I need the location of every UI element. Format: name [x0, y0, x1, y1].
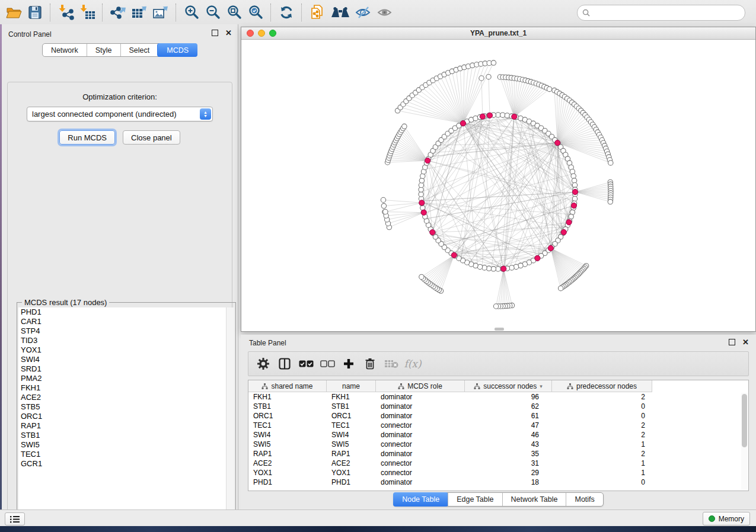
search-input[interactable]	[590, 8, 745, 18]
mcds-result-item[interactable]: SRD1	[18, 364, 227, 374]
table-row[interactable]: ACE2ACE2connector311	[248, 459, 748, 468]
close-panel-button[interactable]: Close panel	[123, 130, 180, 145]
gear-icon	[257, 357, 270, 370]
import-table-button[interactable]	[78, 4, 96, 21]
delete-column-button[interactable]	[361, 356, 379, 371]
refresh-icon	[279, 5, 294, 20]
tab-edge-table[interactable]: Edge Table	[448, 493, 502, 506]
task-history-button[interactable]	[5, 512, 25, 525]
plus-icon	[343, 358, 354, 369]
optimization-criterion-select[interactable]: largest connected component (undirected)…	[27, 107, 213, 121]
zoom-out-button[interactable]	[204, 4, 222, 21]
network-canvas[interactable]	[241, 40, 755, 331]
export-network-button[interactable]	[109, 4, 127, 21]
select-all-rows-button[interactable]	[297, 356, 315, 371]
search-field[interactable]	[577, 5, 745, 21]
mcds-result-item[interactable]: FKH1	[18, 383, 227, 393]
refresh-button[interactable]	[277, 4, 295, 21]
table-vscrollbar[interactable]	[741, 393, 748, 490]
tab-network[interactable]: Network	[43, 44, 87, 56]
mcds-result-item[interactable]: ORC1	[18, 412, 227, 421]
run-mcds-button[interactable]: Run MCDS	[59, 130, 115, 145]
mcds-result-item[interactable]: ACE2	[18, 393, 227, 402]
tab-select[interactable]: Select	[120, 44, 158, 56]
function-builder-button[interactable]: f(x)	[404, 356, 422, 371]
hide-selected-button[interactable]	[355, 4, 372, 21]
tab-motifs[interactable]: Motifs	[566, 493, 602, 506]
maximize-window-icon[interactable]	[269, 30, 276, 37]
mcds-result-item[interactable]: STB1	[18, 431, 227, 440]
table-row[interactable]: RAP1RAP1dominator352	[248, 449, 748, 459]
tab-network-table[interactable]: Network Table	[502, 493, 566, 506]
duplicate-network-button[interactable]	[308, 4, 326, 21]
close-panel-icon[interactable]: ✕	[225, 30, 232, 36]
mcds-result-item[interactable]: SWI4	[18, 355, 227, 364]
float-table-panel-icon[interactable]	[729, 339, 735, 345]
table-vscrollbar-thumb[interactable]	[742, 394, 747, 447]
column-header-successor-nodes[interactable]: successor nodes▾	[465, 380, 552, 392]
memory-label: Memory	[719, 515, 744, 523]
minimize-window-icon[interactable]	[258, 30, 265, 37]
column-header-shared-name[interactable]: shared name	[248, 380, 327, 392]
close-window-icon[interactable]	[247, 30, 254, 37]
table-row[interactable]: TEC1TEC1connector472	[248, 421, 748, 430]
toolbar-separator	[102, 4, 103, 21]
select-all-icon	[299, 360, 314, 368]
zoom-in-button[interactable]	[183, 4, 200, 21]
save-session-button[interactable]	[26, 4, 44, 21]
mcds-result-item[interactable]: PMA2	[18, 374, 227, 383]
table-row[interactable]: STB1STB1dominator620	[248, 402, 748, 411]
table-row[interactable]: YOX1YOX1connector291	[248, 468, 748, 477]
zoom-selected-button[interactable]	[247, 4, 264, 21]
eye-icon	[377, 5, 393, 20]
control-panel: Control Panel ✕ Network Style Select MCD…	[2, 24, 238, 509]
mcds-result-item[interactable]: STB5	[18, 402, 227, 412]
column-header-MCDS-role[interactable]: MCDS role	[376, 380, 465, 392]
delete-table-button[interactable]	[382, 356, 400, 371]
table-row[interactable]: ORC1ORC1dominator610	[248, 411, 748, 421]
fx-icon: f(x)	[404, 358, 421, 370]
table-row[interactable]: SWI5SWI5connector431	[248, 440, 748, 449]
tab-node-table[interactable]: Node Table	[393, 492, 448, 507]
node-table: shared namename MCDS role successor node…	[248, 380, 749, 491]
combo-stepper-icon: ▲▼	[200, 108, 211, 120]
network-window-titlebar[interactable]: YPA_prune.txt_1	[241, 27, 755, 40]
mcds-result-item[interactable]: YOX1	[18, 345, 227, 355]
zoom-out-icon	[205, 4, 221, 20]
float-panel-icon[interactable]	[212, 30, 218, 36]
mcds-result-item[interactable]: TID3	[18, 336, 227, 345]
tab-mcds[interactable]: MCDS	[157, 43, 197, 57]
table-row[interactable]: SWI4SWI4dominator462	[248, 430, 748, 440]
mcds-result-item[interactable]: SWI5	[18, 440, 227, 450]
import-network-button[interactable]	[57, 4, 75, 21]
table-row[interactable]: FKH1FKH1dominator962	[248, 392, 748, 402]
mcds-result-item[interactable]: PHD1	[18, 307, 227, 317]
export-table-button[interactable]	[130, 4, 148, 21]
find-button[interactable]	[330, 4, 351, 21]
network-window-title: YPA_prune.txt_1	[470, 29, 527, 37]
export-image-button[interactable]	[152, 4, 170, 21]
column-header-name[interactable]: name	[327, 380, 376, 392]
memory-button[interactable]: Memory	[703, 512, 750, 525]
tab-style[interactable]: Style	[87, 44, 120, 56]
zoom-in-icon	[184, 4, 200, 20]
mcds-result-item[interactable]: STP4	[18, 326, 227, 336]
mcds-list-scrollbar[interactable]	[226, 307, 234, 520]
network-hscrollbar-thumb[interactable]	[495, 328, 504, 331]
column-header-predecessor-nodes[interactable]: predecessor nodes	[552, 380, 652, 392]
deselect-all-rows-button[interactable]	[318, 356, 336, 371]
table-settings-button[interactable]	[254, 356, 272, 371]
network-graph[interactable]	[241, 40, 755, 331]
zoom-fit-button[interactable]	[225, 4, 243, 21]
show-all-button[interactable]	[376, 4, 394, 21]
mcds-result-item[interactable]: RAP1	[18, 421, 227, 431]
show-column-panel-button[interactable]	[276, 356, 294, 371]
open-session-button[interactable]	[5, 4, 23, 21]
mcds-result-item[interactable]: TEC1	[18, 450, 227, 459]
close-table-panel-icon[interactable]: ✕	[742, 339, 749, 345]
mcds-result-item[interactable]: CAR1	[18, 317, 227, 326]
toolbar-separator	[176, 4, 177, 21]
table-row[interactable]: PHD1PHD1dominator180	[248, 477, 748, 487]
mcds-result-item[interactable]: GCR1	[18, 459, 227, 469]
add-column-button[interactable]	[340, 356, 358, 371]
